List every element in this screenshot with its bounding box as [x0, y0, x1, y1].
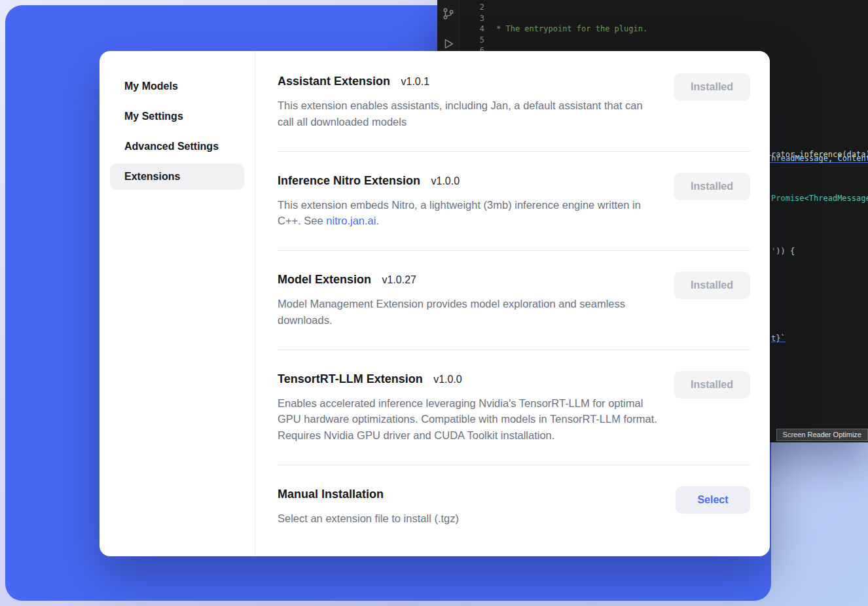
extensions-list: Assistant Extension v1.0.1 This extensio… [255, 51, 770, 556]
manual-installation-title: Manual Installation [278, 488, 384, 501]
code-fragment: Promise<ThreadMessage> [771, 194, 868, 203]
nav-advanced-settings[interactable]: Advanced Settings [110, 134, 244, 160]
extension-description: This extension embeds Nitro, a lightweig… [278, 197, 658, 230]
code-line: * The entrypoint for the plugin. [492, 24, 868, 35]
select-button[interactable]: Select [676, 486, 750, 514]
screen-reader-status[interactable]: Screen Reader Optimize [776, 429, 868, 441]
extension-name: Model Extension [278, 273, 371, 286]
extension-name: Assistant Extension [278, 75, 390, 88]
nitro-link[interactable]: nitro.jan.ai [326, 215, 376, 226]
source-control-icon[interactable] [441, 7, 456, 21]
installed-button[interactable]: Installed [674, 73, 750, 101]
code-fragment: rator.inference(data)); [771, 150, 868, 159]
run-debug-icon[interactable] [441, 37, 456, 51]
extension-row: Assistant Extension v1.0.1 This extensio… [278, 73, 750, 151]
installed-button[interactable]: Installed [674, 371, 750, 399]
extension-version: v1.0.1 [401, 76, 430, 87]
page-background: 2 3 4 5 6 * The entrypoint for the plugi… [0, 0, 868, 606]
code-token: )) { [776, 247, 795, 256]
divider [278, 250, 750, 251]
extension-version: v1.0.27 [382, 274, 416, 285]
extension-row: Model Extension v1.0.27 Model Management… [278, 272, 750, 349]
code-fragment: ')) { [771, 247, 795, 256]
nav-my-models[interactable]: My Models [110, 73, 244, 99]
manual-installation-description: Select an extension file to install (.tg… [278, 510, 459, 527]
extension-version: v1.0.0 [433, 374, 462, 385]
extension-description: Enables accelerated inference leveraging… [278, 395, 658, 444]
nav-my-settings[interactable]: My Settings [110, 103, 244, 130]
nav-extensions[interactable]: Extensions [110, 164, 244, 190]
extension-name: Inference Nitro Extension [278, 174, 420, 187]
settings-nav: My Models My Settings Advanced Settings … [99, 51, 255, 556]
extension-row: Inference Nitro Extension v1.0.0 This ex… [278, 173, 750, 251]
line-numbers: 2 3 4 5 6 [474, 2, 484, 56]
code-token: inference [799, 150, 842, 159]
extension-version: v1.0.0 [431, 175, 460, 187]
installed-button[interactable]: Installed [674, 272, 750, 299]
extension-row: TensortRT-LLM Extension v1.0.0 Enables a… [278, 371, 750, 465]
code-token: rator. [771, 150, 799, 159]
extension-description: Model Management Extension provides mode… [278, 296, 658, 329]
divider [278, 151, 750, 152]
extension-name: TensortRT-LLM Extension [278, 372, 423, 385]
description-text: . [376, 215, 379, 226]
code-token: (data)); [842, 150, 868, 159]
installed-button[interactable]: Installed [674, 173, 750, 200]
code-fragment: t}` [771, 334, 786, 343]
extension-description: This extension enables assistants, inclu… [278, 98, 658, 130]
divider [278, 349, 750, 350]
manual-installation-row: Manual Installation Select an extension … [278, 486, 750, 548]
settings-card: My Models My Settings Advanced Settings … [99, 51, 770, 556]
divider [278, 465, 750, 465]
